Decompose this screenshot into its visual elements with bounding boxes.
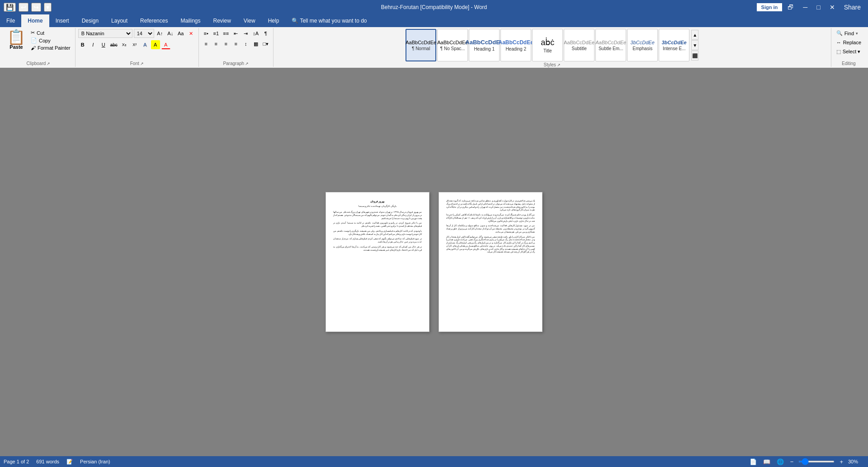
text-highlight-button[interactable]: A	[151, 40, 160, 49]
zoom-level[interactable]: 30%	[848, 459, 864, 464]
tab-layout[interactable]: Layout	[105, 14, 134, 27]
superscript-button[interactable]: X²	[130, 40, 139, 49]
editing-buttons: 🔍 Find ▾ ↔ Replace ⬚ Select ▾	[834, 29, 863, 56]
align-left-button[interactable]: ≡	[202, 39, 211, 48]
style-intense-e[interactable]: 3bCcDdEe Intense E...	[659, 29, 689, 61]
increase-indent-button[interactable]: ⇥	[241, 29, 250, 38]
tab-help[interactable]: Help	[262, 14, 286, 27]
bold-button[interactable]: B	[78, 40, 87, 49]
borders-button[interactable]: □▾	[261, 39, 270, 48]
sort-button[interactable]: ↕A	[251, 29, 260, 38]
style-heading1[interactable]: AaBbCcDdEe Heading 1	[469, 29, 500, 61]
style-no-spacing-label: ¶ No Spac...	[440, 46, 465, 51]
find-button[interactable]: 🔍 Find ▾	[834, 29, 863, 37]
style-title[interactable]: aḃċ Title	[532, 29, 563, 61]
font-size-select[interactable]: 14	[134, 29, 154, 38]
style-subtle-em[interactable]: AaBbCcDdEe Subtle Em...	[595, 29, 626, 61]
paste-icon: 📋	[7, 30, 25, 44]
copy-button[interactable]: 📄 Copy	[29, 37, 72, 44]
maximize-button[interactable]: □	[813, 3, 824, 12]
page-1-title: بهروز فروتان	[333, 200, 422, 203]
style-no-spacing[interactable]: AaBbCcDdEe ¶ No Spac...	[437, 29, 468, 61]
shading-button[interactable]: ▩	[251, 39, 260, 48]
paragraph-label: Paragraph ↗	[202, 60, 270, 66]
page-2-para-3: من در مورد مسئول کارهایی فعالیت می‌شناخت…	[446, 224, 535, 234]
share-button[interactable]: Share	[840, 3, 864, 12]
change-case-button[interactable]: Aa	[176, 29, 185, 38]
paragraph-expand-icon[interactable]: ↗	[245, 61, 249, 66]
close-button[interactable]: ✕	[826, 3, 839, 12]
styles-scroll-down-button[interactable]: ▼	[691, 40, 698, 50]
page-1-para-4: در مورد فیلم‌هایی که ساختم می‌توانم بگوی…	[333, 238, 422, 244]
tab-review[interactable]: Review	[207, 14, 237, 27]
page-2-para-1: یک بررسی شاخص‌تری در اداره وزارت کشاورزی…	[446, 200, 535, 212]
styles-expand-icon[interactable]: ↗	[557, 63, 561, 67]
style-title-label: Title	[543, 48, 552, 53]
tab-mailings[interactable]: Mailings	[174, 14, 207, 27]
quick-access-toolbar: 💾 ↩ ↪ ▾	[4, 3, 52, 12]
replace-button[interactable]: ↔ Replace	[834, 38, 863, 47]
redo-quick-button[interactable]: ↪	[31, 3, 41, 12]
style-intense-e-preview: 3bCcDdEe	[662, 40, 687, 45]
clipboard-expand-icon[interactable]: ↗	[47, 61, 50, 66]
sign-in-button[interactable]: Sign in	[757, 3, 783, 11]
style-normal[interactable]: AaBbCcDdEe ¶ Normal	[406, 29, 436, 61]
proofing-icon[interactable]: 📝	[66, 459, 73, 465]
cut-button[interactable]: ✂ Cut	[29, 29, 72, 37]
zoom-slider[interactable]	[798, 461, 835, 462]
tab-design[interactable]: Design	[75, 14, 105, 27]
language[interactable]: Persian (Iran)	[80, 459, 110, 464]
para-row-2: ≡ ≡ ≡ ≡ ↕ ▩ □▾	[202, 39, 270, 48]
page-1-para-1: من بهروز فروتان در سال ۱۳۲۵ در تهران متو…	[333, 211, 422, 220]
zoom-in-button[interactable]: +	[838, 458, 844, 466]
font-label: Font ↗	[78, 60, 196, 66]
style-subtitle[interactable]: AaBbCcDdEe Subtitle	[564, 29, 594, 61]
clear-formatting-button[interactable]: ✕	[187, 29, 196, 38]
style-heading2[interactable]: AaBbCcDdEe Heading 2	[500, 29, 531, 61]
numbering-button[interactable]: ≡1	[212, 29, 221, 38]
tab-view[interactable]: View	[237, 14, 262, 27]
font-name-select[interactable]: B Nazanin	[78, 29, 132, 38]
print-layout-button[interactable]: 📄	[748, 458, 758, 466]
clipboard-content: 📋 Paste ✂ Cut 📄 Copy 🖌 Format Painter	[5, 29, 72, 60]
read-mode-button[interactable]: 📖	[762, 458, 772, 466]
center-button[interactable]: ≡	[212, 39, 221, 48]
tab-file[interactable]: File	[0, 14, 21, 27]
select-button[interactable]: ⬚ Select ▾	[834, 47, 863, 56]
save-quick-button[interactable]: 💾	[4, 3, 16, 12]
italic-button[interactable]: I	[89, 40, 98, 49]
align-right-button[interactable]: ≡	[222, 39, 231, 48]
text-effects-button[interactable]: A	[141, 40, 150, 49]
web-layout-button[interactable]: 🌐	[775, 458, 785, 466]
show-hide-button[interactable]: ¶	[261, 29, 270, 38]
tab-home[interactable]: Home	[21, 14, 49, 27]
format-painter-button[interactable]: 🖌 Format Painter	[29, 44, 72, 51]
undo-quick-button[interactable]: ↩	[19, 3, 28, 12]
multilevel-button[interactable]: ≡≡	[222, 29, 231, 38]
subscript-button[interactable]: X₂	[120, 40, 129, 49]
style-emphasis[interactable]: 3bCcDdEe Emphasis	[627, 29, 658, 61]
restore-button[interactable]: 🗗	[784, 3, 797, 12]
shrink-font-button[interactable]: A↓	[166, 29, 175, 38]
justify-button[interactable]: ≡	[231, 39, 241, 48]
tab-references[interactable]: References	[134, 14, 174, 27]
decrease-indent-button[interactable]: ⇤	[231, 29, 241, 38]
find-icon: 🔍	[836, 30, 843, 36]
zoom-out-button[interactable]: −	[789, 458, 795, 466]
font-expand-icon[interactable]: ↗	[140, 61, 144, 66]
grow-font-button[interactable]: A↑	[156, 29, 165, 38]
strikethrough-button[interactable]: abc	[109, 40, 118, 49]
styles-more-button[interactable]: ⬛	[691, 51, 698, 61]
customize-quick-access-button[interactable]: ▾	[44, 3, 52, 12]
paragraph-content: ≡• ≡1 ≡≡ ⇤ ⇥ ↕A ¶ ≡ ≡ ≡ ≡ ↕ ▩ □▾	[202, 29, 270, 60]
bullets-button[interactable]: ≡•	[202, 29, 211, 38]
text-color-button[interactable]: A	[161, 40, 170, 49]
paste-button[interactable]: 📋 Paste	[5, 29, 28, 51]
page-1-subtitle: بازیگر، کارگردان، تهیه‌کننده تئاتر و سین…	[333, 205, 422, 208]
minimize-button[interactable]: ─	[799, 3, 811, 12]
tab-tell-me[interactable]: 🔍 Tell me what you want to do	[285, 14, 373, 27]
tab-insert[interactable]: Insert	[49, 14, 75, 27]
styles-scroll-up-button[interactable]: ▲	[691, 30, 698, 40]
line-spacing-button[interactable]: ↕	[241, 39, 250, 48]
underline-button[interactable]: U	[99, 40, 108, 49]
